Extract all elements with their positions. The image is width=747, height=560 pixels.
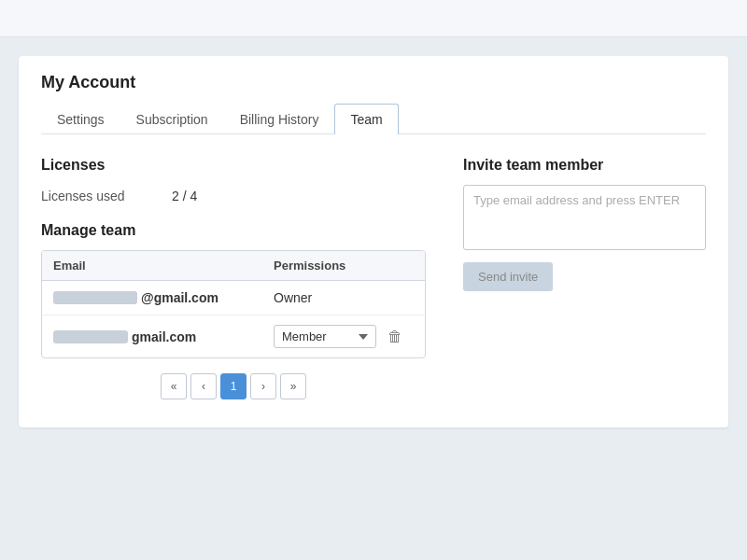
permissions-cell-1: Owner	[274, 290, 414, 305]
account-card: My Account Settings Subscription Billing…	[19, 56, 728, 427]
page-current-button[interactable]: 1	[220, 373, 247, 399]
tab-settings[interactable]: Settings	[41, 104, 120, 134]
member-role-select[interactable]: Member Admin Owner	[274, 325, 376, 348]
tab-team[interactable]: Team	[334, 104, 398, 134]
page-next-button[interactable]: ›	[250, 373, 276, 399]
content-area: Licenses Licenses used 2 / 4 Manage team…	[19, 134, 728, 399]
email-cell-2: gmail.com	[53, 329, 274, 344]
send-invite-button[interactable]: Send invite	[463, 262, 553, 291]
team-table: Email Permissions @gmail.com Owner	[41, 250, 426, 358]
tab-billing-history[interactable]: Billing History	[224, 104, 335, 134]
account-header: My Account Settings Subscription Billing…	[19, 56, 728, 134]
redacted-email-bar-1	[53, 291, 137, 304]
redacted-email-bar-2	[53, 330, 128, 343]
left-panel: Licenses Licenses used 2 / 4 Manage team…	[41, 157, 426, 399]
page-last-button[interactable]: »	[280, 373, 306, 399]
team-table-header: Email Permissions	[42, 251, 425, 281]
page-prev-button[interactable]: ‹	[190, 373, 217, 399]
invite-email-input[interactable]	[463, 185, 706, 250]
licenses-used-value: 2 / 4	[172, 189, 197, 203]
top-bar	[0, 0, 747, 37]
table-row: @gmail.com Owner	[42, 281, 425, 315]
account-title: My Account	[41, 73, 706, 92]
page-container: My Account Settings Subscription Billing…	[0, 56, 747, 446]
right-panel: Invite team member Send invite	[463, 157, 706, 399]
email-cell-1: @gmail.com	[53, 290, 274, 305]
permissions-cell-2: Member Admin Owner 🗑	[274, 325, 414, 348]
page-first-button[interactable]: «	[161, 373, 187, 399]
tab-subscription[interactable]: Subscription	[120, 104, 224, 134]
manage-team-title: Manage team	[41, 222, 426, 239]
licenses-title: Licenses	[41, 157, 426, 174]
delete-member-icon[interactable]: 🗑	[384, 327, 406, 347]
email-suffix-2: gmail.com	[132, 329, 196, 344]
col-email-header: Email	[53, 259, 274, 273]
col-permissions-header: Permissions	[274, 259, 414, 273]
email-suffix-1: @gmail.com	[141, 290, 218, 305]
table-row: gmail.com Member Admin Owner 🗑	[42, 315, 425, 357]
licenses-used-row: Licenses used 2 / 4	[41, 189, 426, 203]
owner-label: Owner	[274, 290, 312, 305]
licenses-used-label: Licenses used	[41, 189, 172, 203]
pagination: « ‹ 1 › »	[41, 373, 426, 399]
invite-title: Invite team member	[463, 157, 706, 174]
tabs: Settings Subscription Billing History Te…	[41, 104, 706, 134]
